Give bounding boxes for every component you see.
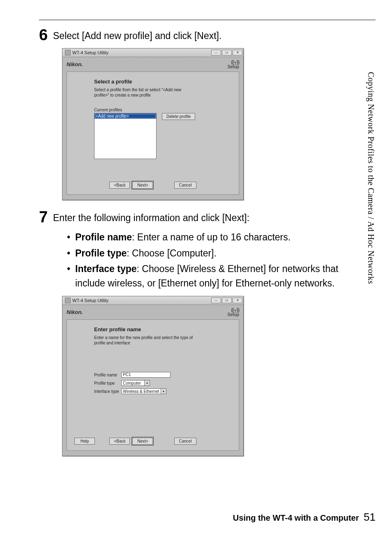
- chevron-down-icon: ▼: [144, 381, 150, 385]
- close-icon[interactable]: ✕: [233, 298, 242, 303]
- footer-section-title: Using the WT-4 with a Computer: [233, 513, 359, 522]
- step-6: 6 Select [Add new profile] and click [Ne…: [39, 27, 376, 45]
- panel-description: Select a profile from the list or select…: [94, 87, 197, 98]
- side-section-label: Copying Network Profiles to the Camera /…: [366, 72, 376, 284]
- cancel-button[interactable]: Cancel: [174, 438, 196, 445]
- dialog-enter-profile-name: WT-4 Setup Utility — ▭ ✕ Nikon. ((┬))Set…: [62, 296, 244, 456]
- panel-description: Enter a name for the new profile and sel…: [94, 335, 197, 346]
- profile-type-label: Profile type: [94, 381, 121, 385]
- profile-name-input[interactable]: PC1: [121, 372, 171, 378]
- titlebar: WT-4 Setup Utility — ▭ ✕: [62, 48, 243, 57]
- dialog-header: Nikon. ((┬))Setup: [62, 305, 243, 319]
- row-interface-type: Interface type Wireless & Ethernet▼: [94, 388, 231, 394]
- step-7-bullets: Profile name: Enter a name of up to 16 c…: [53, 230, 376, 290]
- dialog-select-profile: WT-4 Setup Utility — ▭ ✕ Nikon. ((┬))Set…: [62, 48, 244, 200]
- interface-type-label: Interface type: [94, 389, 121, 394]
- bullet-profile-type: Profile type: Choose [Computer].: [67, 246, 347, 261]
- list-item-add-new-profile[interactable]: <Add new profile>: [95, 113, 156, 119]
- step-7: 7 Enter the following information and cl…: [39, 209, 376, 292]
- brand-label: Nikon.: [67, 309, 83, 315]
- back-button[interactable]: <Back: [109, 438, 130, 445]
- panel-heading: Enter profile name: [94, 326, 231, 332]
- bullet-profile-name: Profile name: Enter a name of up to 16 c…: [67, 230, 347, 245]
- current-profiles-label: Current profiles: [94, 108, 231, 112]
- brand-label: Nikon.: [67, 61, 83, 67]
- delete-profile-button[interactable]: Delete profile: [162, 113, 195, 120]
- interface-type-select[interactable]: Wireless & Ethernet▼: [121, 388, 166, 394]
- dialog-panel: Enter profile name Enter a name for the …: [67, 319, 239, 451]
- profile-name-label: Profile name: [94, 373, 121, 377]
- profile-type-select[interactable]: Computer▼: [121, 380, 150, 386]
- minimize-icon[interactable]: —: [211, 298, 221, 303]
- next-button[interactable]: Next>: [132, 438, 153, 445]
- row-profile-type: Profile type Computer▼: [94, 380, 231, 386]
- back-button[interactable]: <Back: [109, 182, 130, 189]
- step-7-instruction: Enter the following information and clic…: [53, 212, 376, 224]
- maximize-icon[interactable]: ▭: [222, 298, 232, 303]
- minimize-icon[interactable]: —: [211, 50, 221, 55]
- close-icon[interactable]: ✕: [233, 50, 242, 55]
- step-number-6: 6: [39, 27, 53, 43]
- wizard-buttons: <Back Next> Cancel: [67, 182, 239, 189]
- row-profile-name: Profile name PC1: [94, 372, 231, 378]
- app-icon: [65, 298, 71, 303]
- dialog-panel: Select a profile Select a profile from t…: [67, 72, 239, 195]
- cancel-button[interactable]: Cancel: [174, 182, 196, 189]
- step-number-7: 7: [39, 209, 53, 225]
- titlebar: WT-4 Setup Utility — ▭ ✕: [62, 296, 243, 305]
- setup-icon: ((┬))Setup: [227, 60, 239, 69]
- step-6-instruction: Select [Add new profile] and click [Next…: [53, 30, 376, 42]
- app-icon: [65, 50, 71, 55]
- window-title: WT-4 Setup Utility: [72, 50, 210, 55]
- wizard-buttons: <Back Next> Cancel: [67, 438, 239, 445]
- page-number: 51: [364, 511, 376, 523]
- profiles-listbox[interactable]: <Add new profile>: [94, 113, 157, 159]
- maximize-icon[interactable]: ▭: [222, 50, 232, 55]
- next-button[interactable]: Next>: [132, 182, 153, 189]
- panel-heading: Select a profile: [94, 78, 231, 85]
- bullet-interface-type: Interface type: Choose [Wireless & Ether…: [67, 262, 347, 290]
- setup-icon: ((┬))Setup: [227, 307, 239, 317]
- dialog-header: Nikon. ((┬))Setup: [62, 57, 243, 72]
- step-6-text: Select [Add new profile] and click [Next…: [53, 27, 376, 45]
- top-rule: [39, 20, 376, 20]
- page-footer: Using the WT-4 with a Computer 51: [233, 511, 376, 524]
- chevron-down-icon: ▼: [161, 389, 166, 394]
- step-7-text: Enter the following information and clic…: [53, 209, 376, 292]
- window-title: WT-4 Setup Utility: [72, 298, 210, 303]
